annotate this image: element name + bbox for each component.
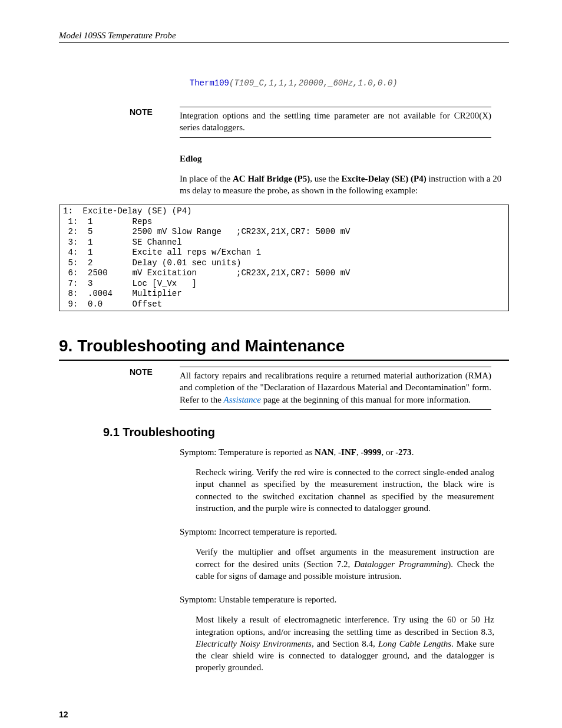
text-bold: -INF: [338, 447, 356, 457]
symptom-3: Symptom: Unstable temperature is reporte…: [180, 594, 509, 605]
assistance-link[interactable]: Assistance: [224, 395, 261, 404]
text-italic: Datalogger Programming: [354, 559, 448, 569]
code-inline-example: Therm109(T109_C,1,1,1,20000,_60Hz,1.0,0.…: [180, 67, 509, 89]
note-body: All factory repairs and recalibrations r…: [180, 367, 491, 410]
text-italic: Electrically Noisy Environments: [196, 639, 312, 648]
edlog-code-box: 1: Excite-Delay (SE) (P4) 1: 1 Reps 2: 5…: [59, 205, 509, 311]
note-block-1: NOTE Integration options and the settlin…: [130, 107, 491, 138]
edlog-intro: In place of the AC Half Bridge (P5), use…: [180, 173, 509, 197]
text: Most likely a result of electromagnetic …: [196, 615, 494, 636]
text-bold: -9999: [361, 447, 381, 457]
note-block-2: NOTE All factory repairs and recalibrati…: [130, 367, 491, 410]
text: In place of the: [180, 174, 233, 183]
remedy-2: Verify the multiplier and offset argumen…: [196, 546, 494, 582]
note-label: NOTE: [130, 107, 180, 118]
text: .: [412, 447, 414, 457]
section-9-heading: 9. Troubleshooting and Maintenance: [59, 335, 509, 361]
text: ,: [334, 447, 339, 457]
text-bold: AC Half Bridge (P5): [233, 174, 310, 183]
page-number: 12: [59, 709, 509, 720]
remedy-3: Most likely a result of electromagnetic …: [196, 614, 494, 673]
text: , and Section 8.4,: [312, 639, 378, 648]
code-args: (T109_C,1,1,1,20000,_60Hz,1.0,0.0): [229, 78, 398, 88]
note-label: NOTE: [130, 367, 180, 378]
text-bold: NAN: [315, 447, 334, 457]
text-italic: Long Cable Lengths: [378, 639, 451, 648]
text: , or: [381, 447, 395, 457]
section-9-1-heading: 9.1 Troubleshooting: [103, 424, 509, 440]
symptom-1: Symptom: Temperature is reported as NAN,…: [180, 446, 509, 458]
remedy-1: Recheck wiring. Verify the red wire is c…: [196, 466, 494, 514]
text: page at the beginning of this manual for…: [261, 395, 471, 404]
note-body: Integration options and the settling tim…: [180, 107, 491, 138]
edlog-section: Edlog In place of the AC Half Bridge (P5…: [180, 153, 509, 197]
code-function: Therm109: [190, 78, 229, 88]
edlog-heading: Edlog: [180, 153, 509, 164]
text-bold: -273: [395, 447, 412, 457]
symptom-2: Symptom: Incorrect temperature is report…: [180, 526, 509, 538]
text-bold: Excite-Delay (SE) (P4): [342, 174, 427, 183]
running-header: Model 109SS Temperature Probe: [59, 29, 509, 43]
text: Symptom: Temperature is reported as: [180, 447, 315, 457]
text: , use the: [310, 174, 341, 183]
